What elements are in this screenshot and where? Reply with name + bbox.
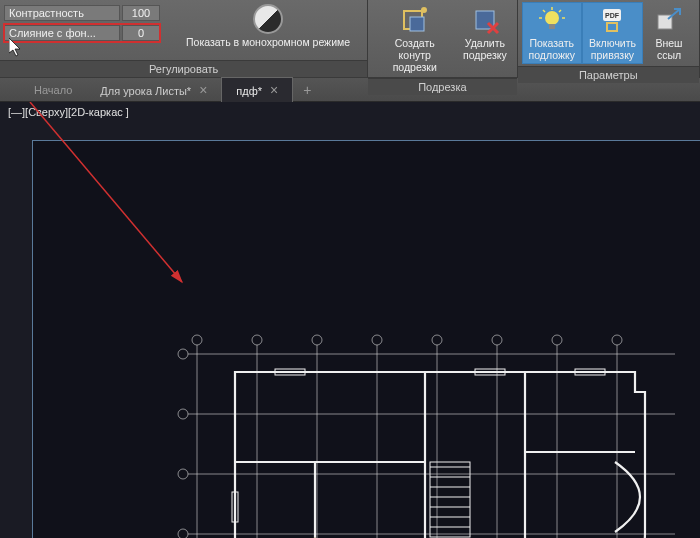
tab-lesson[interactable]: Для урока Листы*×: [86, 78, 221, 102]
svg-point-4: [545, 11, 559, 25]
create-clip-button[interactable]: Создать конутр подрезки: [372, 2, 457, 76]
svg-rect-50: [430, 462, 470, 537]
show-underlay-button[interactable]: Показать подложку: [522, 2, 582, 64]
create-clip-label: Создать конутр подрезки: [379, 37, 450, 73]
create-clip-icon: [400, 5, 430, 35]
lightbulb-on-icon: [537, 5, 567, 35]
svg-rect-1: [410, 17, 424, 31]
delete-clip-button[interactable]: Удалить подрезку: [457, 2, 512, 76]
fade-value[interactable]: 0: [122, 25, 160, 41]
svg-point-17: [552, 335, 562, 345]
panel-adjust-title: Регулировать: [0, 60, 367, 77]
panel-options: Показать подложку PDF Включить привязку …: [518, 0, 700, 77]
contrast-label: Контрастность: [4, 5, 120, 21]
panel-clip-title: Подрезка: [368, 78, 516, 95]
svg-point-21: [178, 469, 188, 479]
svg-text:PDF: PDF: [605, 12, 620, 19]
svg-point-15: [432, 335, 442, 345]
enable-snap-button[interactable]: PDF Включить привязку: [582, 2, 643, 64]
enable-snap-label: Включить привязку: [589, 37, 636, 61]
new-tab-button[interactable]: +: [293, 78, 321, 102]
ribbon: Контрастность 100 Слияние с фон... 0 Пок…: [0, 0, 700, 78]
view-state-label[interactable]: [—][Сверху][2D-каркас ]: [8, 106, 129, 118]
contrast-row[interactable]: Контрастность 100: [4, 4, 160, 22]
property-sliders: Контрастность 100 Слияние с фон... 0: [4, 2, 160, 42]
svg-rect-8: [607, 23, 617, 31]
arrow-out-icon: [654, 5, 684, 35]
svg-point-22: [178, 529, 188, 538]
fade-row[interactable]: Слияние с фон... 0: [4, 24, 160, 42]
svg-rect-5: [549, 24, 555, 29]
svg-point-11: [192, 335, 202, 345]
svg-point-19: [178, 349, 188, 359]
fade-label: Слияние с фон...: [4, 25, 120, 41]
svg-point-14: [372, 335, 382, 345]
close-icon[interactable]: ×: [270, 82, 278, 98]
panel-options-title: Параметры: [518, 66, 699, 83]
contrast-value[interactable]: 100: [122, 5, 160, 21]
tab-home[interactable]: Начало: [20, 80, 86, 100]
monochrome-icon: [253, 4, 283, 34]
monochrome-label: Показать в монохромном режиме: [186, 36, 350, 48]
close-icon[interactable]: ×: [199, 82, 207, 98]
svg-point-20: [178, 409, 188, 419]
panel-adjust: Контрастность 100 Слияние с фон... 0 Пок…: [0, 0, 368, 77]
show-underlay-label: Показать подложку: [529, 37, 575, 61]
svg-point-16: [492, 335, 502, 345]
svg-point-13: [312, 335, 322, 345]
floor-plan-drawing: [175, 332, 675, 538]
delete-clip-label: Удалить подрезку: [463, 37, 507, 61]
drawing-viewport[interactable]: [—][Сверху][2D-каркас ]: [0, 102, 700, 538]
delete-clip-icon: [470, 5, 500, 35]
panel-clip: Создать конутр подрезки Удалить подрезку…: [368, 0, 517, 77]
tab-pdf[interactable]: пдф*×: [221, 77, 293, 102]
pdf-snap-icon: PDF: [597, 5, 627, 35]
svg-point-18: [612, 335, 622, 345]
svg-point-12: [252, 335, 262, 345]
ext-refs-button[interactable]: Внеш ссыл: [643, 2, 695, 64]
monochrome-button[interactable]: Показать в монохромном режиме: [180, 2, 356, 50]
ext-refs-label: Внеш ссыл: [655, 37, 682, 61]
svg-point-2: [421, 7, 427, 13]
